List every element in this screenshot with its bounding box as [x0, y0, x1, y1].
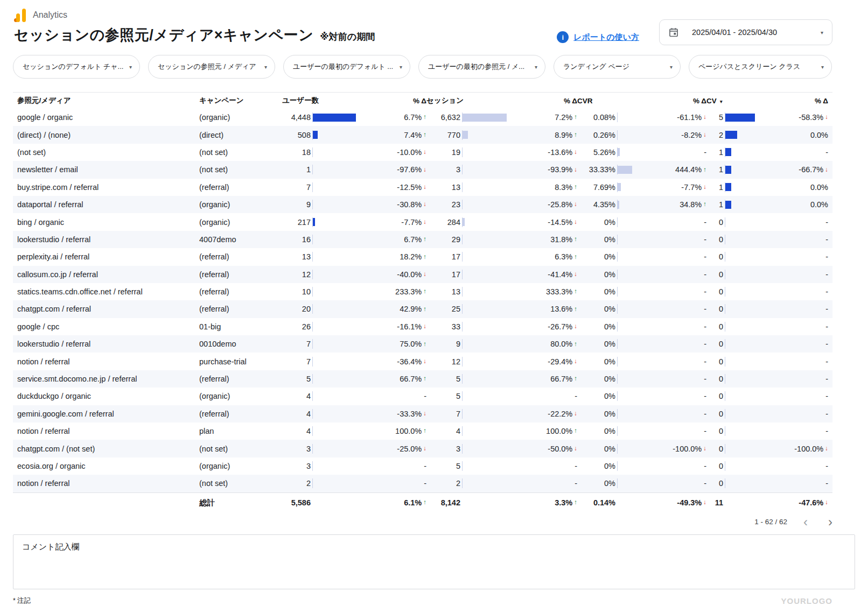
col-header-users[interactable]: ユーザー数 — [282, 96, 360, 105]
cv-bar — [725, 444, 756, 454]
sessions-delta: -93.9%↓ — [510, 165, 577, 174]
campaign-cell: (direct) — [196, 131, 282, 139]
col-header-source[interactable]: 参照元/メディア — [13, 96, 196, 105]
cvr-value: 0% — [577, 375, 617, 383]
cv-value: 0 — [706, 218, 725, 227]
col-header-cvr[interactable]: CVR — [577, 97, 662, 105]
filter-chip[interactable]: セッションのデフォルト チャ...▾ — [13, 55, 140, 79]
sessions-value: 2 — [426, 479, 462, 488]
cvr-delta: - — [662, 375, 706, 383]
cvr-delta: - — [662, 479, 706, 488]
comment-box-label: コメント記入欄 — [22, 542, 79, 551]
total-label: 総計 — [196, 498, 282, 508]
cvr-bar — [617, 461, 662, 471]
table-row: gemini.google.com / referral(referral)4-… — [13, 405, 832, 422]
cv-delta: - — [756, 357, 832, 366]
page-title: セッションの参照元/メディア×キャンペーン — [14, 25, 313, 45]
total-cvr-bar — [617, 498, 662, 508]
cvr-delta: - — [662, 270, 706, 279]
col-header-sessions-delta[interactable]: % Δ — [510, 97, 577, 105]
table-row: bing / organic(organic)217-7.7%↓284-14.5… — [13, 213, 832, 230]
col-header-sessions[interactable]: セッション — [426, 96, 510, 105]
total-users-delta: 6.1%↑ — [360, 498, 426, 507]
next-page-button[interactable]: › — [828, 516, 832, 529]
sessions-value: 9 — [426, 340, 462, 348]
campaign-cell: (organic) — [196, 200, 282, 209]
users-bar — [312, 322, 360, 332]
filter-chip[interactable]: ユーザーの最初の参照元 / メ...▾ — [418, 55, 545, 79]
filter-chip[interactable]: ユーザーの最初のデフォルト ...▾ — [283, 55, 410, 79]
cvr-value: 0.08% — [577, 113, 617, 122]
sessions-delta: 7.2%↑ — [510, 113, 577, 122]
users-delta: 75.0%↑ — [360, 340, 426, 348]
cv-delta: -100.0%↓ — [756, 445, 832, 453]
help-link[interactable]: レポートの使い方 — [573, 32, 639, 43]
cvr-delta: - — [662, 305, 706, 313]
cvr-value: 0% — [577, 340, 617, 348]
cv-bar — [725, 235, 756, 244]
source-medium-cell: gemini.google.com / referral — [13, 410, 196, 418]
users-bar — [312, 130, 360, 140]
cv-bar — [725, 322, 756, 332]
comment-box[interactable]: コメント記入欄 — [13, 534, 855, 589]
previous-page-button[interactable]: ‹ — [803, 516, 808, 529]
chevron-down-icon: ▾ — [400, 64, 402, 70]
users-bar — [312, 444, 360, 454]
users-value: 3 — [282, 462, 312, 470]
info-icon[interactable]: i — [557, 31, 569, 43]
cvr-value: 0% — [577, 252, 617, 261]
users-value: 7 — [282, 183, 312, 192]
pagination: 1 - 62 / 62 ‹ › — [13, 514, 832, 530]
cvr-value: 4.35% — [577, 200, 617, 209]
users-delta: -25.0%↓ — [360, 445, 426, 453]
cv-delta: - — [756, 148, 832, 157]
date-range-picker[interactable]: 2025/04/01 - 2025/04/30 ▾ — [659, 19, 832, 45]
chevron-down-icon: ▾ — [129, 64, 132, 70]
filter-chip-label: セッションのデフォルト チャ... — [23, 62, 125, 72]
total-users-bar — [312, 498, 360, 508]
cvr-bar — [617, 147, 662, 157]
col-header-cvr-delta[interactable]: % Δ — [662, 97, 706, 105]
campaign-cell: (referral) — [196, 410, 282, 418]
col-header-users-delta[interactable]: % Δ — [360, 97, 426, 105]
cv-delta: -66.7%↓ — [756, 165, 832, 174]
cv-delta: - — [756, 340, 832, 348]
table-row: lookerstudio / referral0010demo775.0%↑98… — [13, 335, 832, 353]
source-medium-cell: bing / organic — [13, 218, 196, 227]
sessions-delta: 100.0%↑ — [510, 427, 577, 435]
campaign-cell: 01-big — [196, 322, 282, 331]
sessions-bar — [462, 444, 510, 454]
campaign-cell: (not set) — [196, 479, 282, 488]
cv-bar — [725, 426, 756, 436]
filter-chip[interactable]: ランディング ページ▾ — [554, 55, 681, 79]
users-bar — [312, 270, 360, 279]
users-value: 9 — [282, 200, 312, 209]
cvr-bar — [617, 165, 662, 174]
col-header-campaign[interactable]: キャンペーン — [196, 96, 282, 105]
filter-chip[interactable]: セッションの参照元 / メディア▾ — [148, 55, 275, 79]
sort-desc-icon: ▾ — [720, 98, 723, 104]
table-body: google / organic(organic)4,4486.7%↑6,632… — [13, 109, 832, 492]
total-cv-delta: -47.6%↓ — [756, 498, 832, 507]
trend-down-icon: ↓ — [825, 167, 828, 173]
cv-value: 0 — [706, 305, 725, 313]
watermark-logo: YOURLOGO — [781, 596, 832, 605]
report-help[interactable]: i レポートの使い方 — [557, 31, 639, 43]
cv-bar — [725, 182, 756, 192]
col-header-cv[interactable]: CV▾ — [706, 97, 756, 105]
filter-chip[interactable]: ページパスとスクリーン クラス▾ — [689, 55, 832, 79]
sessions-value: 7 — [426, 410, 462, 418]
cv-delta: - — [756, 479, 832, 488]
trend-down-icon: ↓ — [825, 446, 828, 452]
cvr-bar — [617, 322, 662, 332]
cvr-value: 33.33% — [577, 165, 617, 174]
sessions-delta: 66.7%↑ — [510, 375, 577, 383]
campaign-cell: (organic) — [196, 392, 282, 400]
table-row: dataportal / referral(organic)9-30.8%↓23… — [13, 196, 832, 213]
users-delta: -12.5%↓ — [360, 183, 426, 192]
cvr-value: 0% — [577, 305, 617, 313]
col-header-cv-delta[interactable]: % Δ — [756, 97, 832, 105]
sessions-delta: 8.3%↑ — [510, 183, 577, 192]
cvr-bar — [617, 252, 662, 262]
source-medium-cell: ecosia.org / organic — [13, 462, 196, 470]
